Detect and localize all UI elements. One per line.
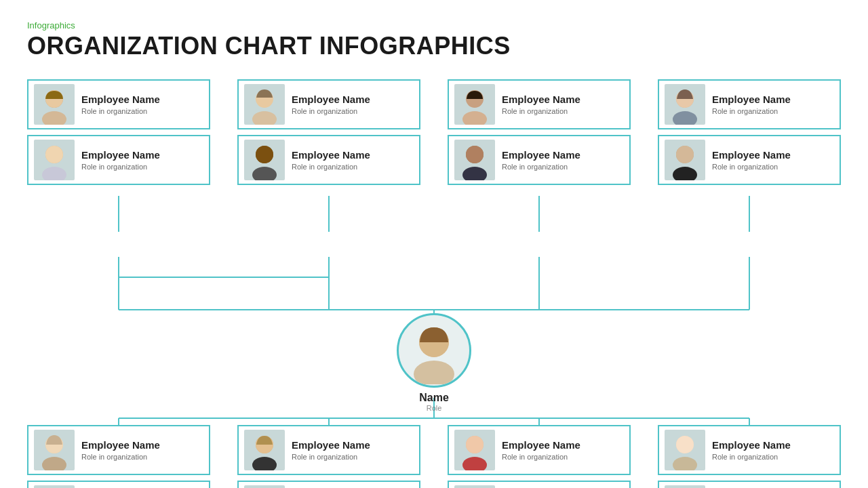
emp-name-tr-1: Employee Name: [712, 149, 791, 161]
avatar-br-1: [665, 485, 705, 488]
emp-card-bcr-0: Employee Name Role in organization: [448, 425, 631, 475]
emp-card-tr-0: Employee Name Role in organization: [658, 79, 841, 129]
top-right-group: Employee Name Role in organization Emplo…: [658, 79, 841, 185]
avatar-tcl-0: [244, 84, 285, 125]
avatar-tr-1: [665, 140, 705, 180]
emp-info-bcr-0: Employee Name Role in organization: [502, 439, 580, 461]
emp-role-tcl-0: Role in organization: [292, 107, 370, 115]
svg-point-28: [252, 111, 277, 125]
page: Infographics ORGANIZATION CHART INFOGRAP…: [0, 0, 868, 488]
emp-name-tr-0: Employee Name: [712, 94, 791, 106]
emp-role-tl-0: Role in organization: [81, 107, 160, 115]
emp-card-br-0: Employee Name Role in organization: [658, 425, 841, 475]
avatar-tl-1: [34, 140, 75, 180]
emp-name-tcr-1: Employee Name: [502, 149, 580, 161]
avatar-br-0: [665, 430, 705, 470]
svg-point-30: [252, 167, 277, 180]
emp-name-tcl-1: Employee Name: [292, 149, 370, 161]
svg-point-33: [462, 111, 487, 125]
bot-right-group: Employee Name Role in organization Emplo…: [658, 425, 841, 488]
svg-point-42: [676, 146, 694, 163]
center-name: Name: [419, 392, 449, 404]
emp-name-bcr-0: Employee Name: [502, 439, 580, 451]
emp-info-bcl-0: Employee Name Role in organization: [292, 439, 370, 461]
avatar-bcr-0: [454, 430, 495, 470]
svg-point-66: [676, 436, 694, 453]
svg-point-26: [45, 146, 63, 163]
top-cl-group: Employee Name Role in organization Emplo…: [237, 79, 420, 185]
emp-role-bcl-0: Role in organization: [292, 453, 370, 461]
page-title: ORGANIZATION CHART INFOGRAPHICS: [27, 32, 841, 60]
svg-point-47: [42, 457, 66, 470]
emp-role-bl-0: Role in organization: [81, 453, 160, 461]
emp-info-tcr-1: Employee Name Role in organization: [502, 149, 580, 171]
top-cr-group: Employee Name Role in organization Emplo…: [448, 79, 631, 185]
svg-point-25: [42, 167, 66, 180]
chart-area: Employee Name Role in organization Emplo…: [27, 73, 841, 488]
emp-role-bcr-0: Role in organization: [502, 453, 580, 461]
emp-card-tl-1: Employee Name Role in organization: [27, 135, 210, 185]
center-node: Name Role: [397, 313, 471, 412]
center-role: Role: [427, 404, 442, 412]
emp-name-bcl-0: Employee Name: [292, 439, 370, 451]
svg-point-31: [256, 146, 273, 163]
emp-info-tcl-1: Employee Name Role in organization: [292, 149, 370, 171]
svg-point-53: [252, 457, 277, 470]
avatar-tcr-0: [454, 84, 495, 125]
emp-info-tl-1: Employee Name Role in organization: [81, 149, 160, 171]
avatar-tl-0: [34, 84, 75, 125]
bot-cr-group: Employee Name Role in organization Emplo…: [448, 425, 631, 488]
emp-card-tcl-1: Employee Name Role in organization: [237, 135, 420, 185]
emp-info-tcr-0: Employee Name Role in organization: [502, 94, 580, 115]
svg-point-36: [466, 146, 484, 163]
svg-point-59: [462, 457, 487, 470]
avatar-tcr-1: [454, 140, 495, 180]
bot-cl-group: Employee Name Role in organization Emplo…: [237, 425, 420, 488]
emp-role-tcl-1: Role in organization: [292, 163, 370, 171]
header-label: Infographics: [27, 20, 841, 30]
emp-info-tl-0: Employee Name Role in organization: [81, 94, 160, 115]
emp-name-br-0: Employee Name: [712, 439, 791, 451]
emp-card-tcr-0: Employee Name Role in organization: [448, 79, 631, 129]
emp-card-bl-1: Employee Name Role in organization: [27, 481, 210, 488]
emp-card-bcr-1: Employee Name Role in organization: [448, 481, 631, 488]
avatar-tcl-1: [244, 140, 285, 180]
bot-left-group: Employee Name Role in organization Emplo…: [27, 425, 210, 488]
emp-role-tr-0: Role in organization: [712, 107, 791, 115]
emp-name-bl-0: Employee Name: [81, 439, 160, 451]
emp-card-tr-1: Employee Name Role in organization: [658, 135, 841, 185]
emp-card-tcl-0: Employee Name Role in organization: [237, 79, 420, 129]
emp-info-bl-0: Employee Name Role in organization: [81, 439, 160, 461]
emp-role-tl-1: Role in organization: [81, 163, 160, 171]
emp-role-tcr-1: Role in organization: [502, 163, 580, 171]
svg-point-22: [42, 111, 66, 125]
svg-point-44: [414, 361, 454, 384]
avatar-bl-1: [34, 485, 75, 488]
top-left-group: Employee Name Role in organization Emplo…: [27, 79, 210, 185]
avatar-bcl-0: [244, 430, 285, 470]
svg-point-38: [673, 111, 697, 125]
svg-point-65: [673, 457, 697, 470]
emp-card-tl-0: Employee Name Role in organization: [27, 79, 210, 129]
emp-name-tcl-0: Employee Name: [292, 94, 370, 106]
emp-role-tcr-0: Role in organization: [502, 107, 580, 115]
emp-info-tr-0: Employee Name Role in organization: [712, 94, 791, 115]
emp-info-tcl-0: Employee Name Role in organization: [292, 94, 370, 115]
emp-card-tcr-1: Employee Name Role in organization: [448, 135, 631, 185]
avatar-bcr-1: [454, 485, 495, 488]
emp-card-bcl-1: Employee Name Role in organization: [237, 481, 420, 488]
emp-info-br-0: Employee Name Role in organization: [712, 439, 791, 461]
emp-card-br-1: Employee Name Role in organization: [658, 481, 841, 488]
avatar-bl-0: [34, 430, 75, 470]
svg-point-60: [466, 436, 484, 453]
svg-point-35: [462, 167, 487, 180]
emp-role-br-0: Role in organization: [712, 453, 791, 461]
avatar-bcl-1: [244, 485, 285, 488]
emp-card-bcl-0: Employee Name Role in organization: [237, 425, 420, 475]
emp-name-tcr-0: Employee Name: [502, 94, 580, 106]
emp-card-bl-0: Employee Name Role in organization: [27, 425, 210, 475]
emp-info-tr-1: Employee Name Role in organization: [712, 149, 791, 171]
emp-name-tl-0: Employee Name: [81, 94, 160, 106]
avatar-tr-0: [665, 84, 705, 125]
center-avatar: [397, 313, 471, 388]
